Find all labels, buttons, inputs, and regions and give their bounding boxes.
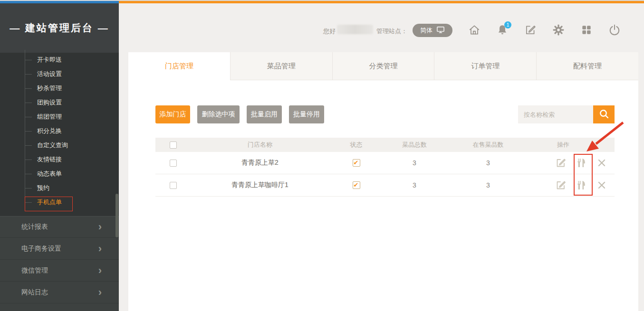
search-icon — [598, 108, 610, 121]
sidebar-submenu: 开卡即送 活动设置 秒杀管理 团购设置 组团管理 积分兑换 自定义查询 友情链接… — [0, 53, 119, 216]
dishes-fork-knife-icon[interactable] — [575, 179, 587, 191]
toolbar: 添加门店 删除选中项 批量启用 批量停用 — [155, 105, 615, 123]
sidebar-item-group-buy[interactable]: 团购设置 — [0, 95, 119, 110]
search-button[interactable] — [593, 105, 615, 123]
row-checkbox[interactable] — [170, 160, 177, 167]
monitor-icon — [436, 26, 445, 35]
delete-x-icon[interactable] — [596, 179, 608, 191]
app-logo-title: — 建站管理后台 — — [0, 3, 119, 53]
topbar: 您好 管理站点： 简体 1 — [119, 3, 644, 52]
status-checkbox-checked[interactable] — [353, 181, 360, 189]
sidebar-sections: 统计报表 › 电子商务设置 › 微信管理 › 网站日志 › — [0, 216, 119, 311]
sidebar-section-site-logs[interactable]: 网站日志 › — [0, 282, 119, 303]
total-dishes-value: 3 — [384, 159, 445, 167]
notifications-bell-icon[interactable]: 1 — [496, 24, 509, 37]
on-sale-dishes-value: 3 — [445, 181, 531, 189]
store-name: 青青原上草咖啡厅1 — [191, 181, 329, 189]
sidebar-item-points-exchange[interactable]: 积分兑换 — [0, 124, 119, 138]
tab-bar: 门店管理 菜品管理 分类管理 订单管理 配料管理 — [128, 52, 638, 80]
settings-gear-icon[interactable] — [552, 24, 565, 37]
tab-store-management[interactable]: 门店管理 — [128, 52, 230, 80]
sidebar-item-team-management[interactable]: 组团管理 — [0, 110, 119, 124]
chevron-right-icon: › — [98, 266, 102, 275]
sidebar-item-custom-query[interactable]: 自定义查询 — [0, 138, 119, 152]
section-label: 微信管理 — [21, 266, 48, 275]
content-card: 门店管理 菜品管理 分类管理 订单管理 配料管理 添加门店 删除选中项 批量启用… — [128, 52, 638, 311]
sidebar-section-wechat-management[interactable]: 微信管理 › — [0, 260, 119, 282]
tab-order-management[interactable]: 订单管理 — [434, 52, 536, 80]
section-label: 电子商务设置 — [21, 245, 61, 253]
sidebar-item-mobile-ordering[interactable]: 手机点单 — [0, 195, 119, 209]
delete-x-icon[interactable] — [596, 157, 608, 169]
chevron-right-icon: › — [98, 244, 102, 254]
redacted-username — [337, 25, 373, 34]
column-header-store-name: 门店名称 — [191, 141, 329, 149]
table-header-row: 门店名称 状态 菜品总数 在售菜品数 操作 — [155, 138, 615, 152]
manage-site-label: 管理站点： — [376, 27, 407, 36]
total-dishes-value: 3 — [384, 181, 445, 189]
chevron-right-icon: › — [98, 222, 102, 232]
sidebar-item-activity-settings[interactable]: 活动设置 — [0, 67, 119, 81]
section-label: 网站日志 — [21, 288, 48, 297]
stores-table: 门店名称 状态 菜品总数 在售菜品数 操作 青青原上草2 3 3 — [155, 138, 615, 197]
language-label: 简体 — [420, 26, 433, 35]
tab-category-management[interactable]: 分类管理 — [332, 52, 434, 80]
on-sale-dishes-value: 3 — [445, 159, 531, 167]
table-row: 青青原上草咖啡厅1 3 3 — [155, 174, 615, 197]
add-store-button[interactable]: 添加门店 — [155, 105, 190, 123]
sidebar-scrollbar-thumb[interactable] — [115, 194, 118, 237]
sidebar-section-ecommerce-settings[interactable]: 电子商务设置 › — [0, 238, 119, 260]
table-row: 青青原上草2 3 3 — [155, 152, 615, 174]
batch-disable-button[interactable]: 批量停用 — [289, 105, 324, 123]
greeting-text: 您好 — [323, 27, 336, 36]
edit-store-icon[interactable] — [555, 179, 567, 191]
delete-selected-button[interactable]: 删除选中项 — [197, 105, 240, 123]
sidebar-item-dynamic-form[interactable]: 动态表单 — [0, 167, 119, 181]
dishes-fork-knife-icon[interactable] — [575, 157, 587, 169]
row-checkbox[interactable] — [170, 182, 177, 189]
apps-grid-icon[interactable] — [580, 24, 593, 37]
edit-compose-icon[interactable] — [524, 24, 537, 37]
main-area: 您好 管理站点： 简体 1 — [119, 3, 644, 311]
home-icon[interactable] — [468, 24, 481, 37]
sidebar: — 建站管理后台 — 开卡即送 活动设置 秒杀管理 团购设置 组团管理 积分兑换… — [0, 3, 119, 311]
sidebar-item-open-card-gift[interactable]: 开卡即送 — [0, 53, 119, 67]
chevron-right-icon: › — [98, 288, 102, 297]
sidebar-section-statistics[interactable]: 统计报表 › — [0, 216, 119, 238]
column-header-on-sale-dishes: 在售菜品数 — [445, 141, 531, 149]
section-label: 统计报表 — [21, 223, 48, 231]
tab-dish-management[interactable]: 菜品管理 — [230, 52, 332, 80]
tab-ingredient-management[interactable]: 配料管理 — [536, 52, 638, 80]
language-site-switcher[interactable]: 简体 — [413, 24, 452, 37]
header-icon-bar: 1 — [468, 24, 621, 37]
select-all-checkbox[interactable] — [170, 141, 177, 149]
column-header-operations: 操作 — [531, 141, 615, 149]
power-logout-icon[interactable] — [608, 24, 621, 37]
edit-store-icon[interactable] — [555, 157, 567, 169]
store-name: 青青原上草2 — [191, 159, 329, 167]
batch-enable-button[interactable]: 批量启用 — [247, 105, 282, 123]
sidebar-item-flash-sale[interactable]: 秒杀管理 — [0, 81, 119, 95]
notification-badge: 1 — [504, 21, 511, 28]
column-header-total-dishes: 菜品总数 — [384, 141, 445, 149]
column-header-status: 状态 — [329, 141, 384, 149]
sidebar-item-friend-links[interactable]: 友情链接 — [0, 152, 119, 167]
status-checkbox-checked[interactable] — [353, 159, 360, 167]
sidebar-item-reservation[interactable]: 预约 — [0, 181, 119, 195]
search-box — [518, 105, 615, 123]
search-input[interactable] — [518, 105, 593, 123]
